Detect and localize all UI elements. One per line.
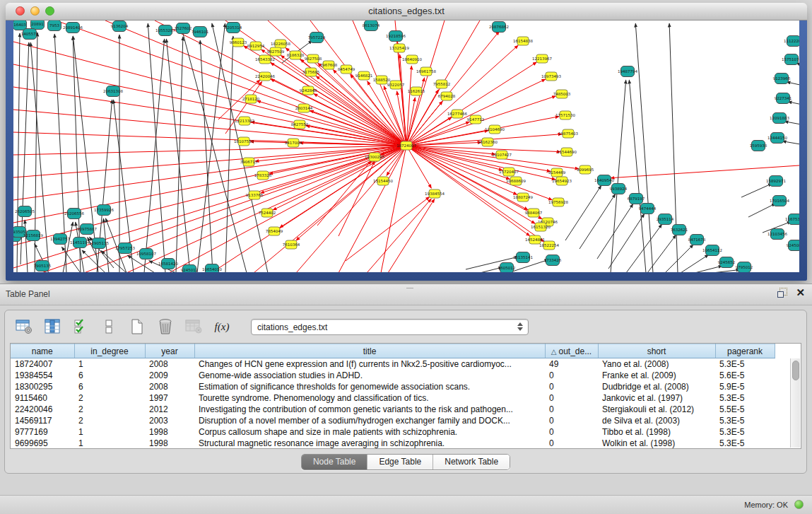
table-cell[interactable]: 1998 (145, 438, 194, 449)
table-cell[interactable]: 2003 (145, 415, 194, 426)
network-node[interactable]: 7485003 (553, 90, 571, 98)
column-settings-icon[interactable] (15, 317, 33, 336)
network-canvas[interactable]: 1872400718300295986012389129541822605898… (13, 21, 799, 272)
network-node[interactable]: 8186328 (287, 51, 305, 59)
network-node[interactable]: 7610364 (283, 240, 300, 249)
network-node[interactable]: 9417004 (285, 139, 302, 147)
column-header-year[interactable]: year (145, 344, 194, 358)
network-node[interactable]: 1595938 (750, 141, 767, 151)
table-cell[interactable]: 18300295 (11, 381, 74, 392)
table-cell[interactable]: 2012 (145, 404, 194, 415)
table-cell[interactable]: 5.3E-5 (715, 426, 775, 438)
table-cell[interactable]: 5.3E-5 (715, 415, 775, 426)
table-cell[interactable]: 2 (74, 415, 145, 426)
table-vertical-scrollbar[interactable] (790, 358, 800, 448)
network-node[interactable]: 7632621 (671, 225, 688, 235)
network-node[interactable]: 9245652 (718, 257, 736, 268)
delete-table-icon[interactable] (156, 317, 175, 336)
table-cell[interactable]: 5.3E-5 (715, 358, 775, 370)
network-node[interactable]: 9860123 (230, 38, 247, 47)
tab-network-table[interactable]: Network Table (433, 455, 510, 469)
table-cell[interactable]: 1997 (145, 392, 194, 404)
table-cell[interactable]: 0 (545, 392, 598, 404)
network-node[interactable]: 9245082 (787, 240, 799, 251)
network-node[interactable]: 7957224 (308, 33, 326, 43)
table-selector-dropdown[interactable]: citations_edges.txt (251, 319, 529, 335)
network-node[interactable]: 19384554 (425, 189, 445, 198)
tab-edge-table[interactable]: Edge Table (367, 455, 433, 469)
table-cell[interactable]: 1998 (145, 426, 194, 438)
network-node[interactable]: 1527602 (175, 23, 192, 34)
network-node[interactable]: 15751074 (782, 54, 799, 65)
table-cell[interactable]: de Silva et al. (2003) (598, 415, 715, 426)
network-node[interactable]: 20631308 (103, 86, 123, 97)
table-cell[interactable]: 2 (74, 404, 145, 415)
table-cell[interactable]: 0 (545, 370, 598, 381)
network-node[interactable]: 16154838 (513, 37, 533, 45)
network-node[interactable]: 9795012 (736, 262, 753, 273)
network-node[interactable]: 17016504 (770, 196, 789, 206)
network-node[interactable]: 20876862 (489, 22, 509, 33)
table-row[interactable]: 1456911722003Disruption of a novel membe… (11, 415, 784, 426)
close-button[interactable] (16, 6, 25, 16)
network-node[interactable]: 19654923 (552, 177, 572, 185)
table-cell[interactable]: 0 (545, 381, 598, 392)
network-node[interactable]: 19875403 (558, 129, 578, 138)
network-node[interactable]: 16403 (13, 21, 27, 30)
table-cell[interactable]: 1 (74, 426, 145, 438)
network-node[interactable]: 8205314 (225, 23, 242, 33)
network-node[interactable]: 15154450 (373, 177, 393, 185)
network-node[interactable]: 8454749 (338, 65, 355, 74)
table-cell[interactable]: 5.3E-5 (715, 438, 775, 449)
network-node[interactable]: 9938924 (610, 184, 628, 194)
table-cell[interactable]: 9115460 (11, 392, 74, 404)
network-node[interactable]: 10958107 (136, 249, 156, 259)
table-cell[interactable]: Dudbridge et al. (2008) (598, 381, 715, 392)
table-cell[interactable]: Structural magnetic resonance image aver… (194, 438, 545, 449)
network-node[interactable]: 9245012 (181, 265, 199, 273)
table-cell[interactable]: 2008 (145, 381, 194, 392)
network-node[interactable]: 9099695 (577, 165, 594, 174)
network-node[interactable]: 9154469 (548, 168, 566, 177)
network-node[interactable]: 19487794 (618, 66, 637, 77)
table-cell[interactable]: Estimation of significance thresholds fo… (194, 381, 545, 392)
table-row[interactable]: 1938455462009Genome-wide association stu… (11, 370, 784, 381)
network-node[interactable]: 18522254 (539, 241, 559, 250)
network-node[interactable]: 7905135 (34, 261, 52, 271)
column-header-short[interactable]: short (598, 344, 715, 358)
table-cell[interactable]: 2 (74, 392, 145, 404)
table-cell[interactable]: Corpus callosum shape and size in male p… (194, 426, 545, 438)
network-node[interactable]: 16277466 (447, 110, 467, 118)
deselect-all-icon[interactable] (100, 317, 118, 336)
scrollbar-thumb[interactable] (792, 361, 799, 380)
network-node[interactable]: 10553287 (155, 25, 175, 36)
network-node[interactable]: 1733426 (544, 255, 562, 266)
network-node[interactable]: 16961758 (416, 67, 436, 76)
table-row[interactable]: 1872400712008Changes of HCN gene express… (11, 358, 784, 370)
column-header-out-de-[interactable]: △out_de... (545, 344, 598, 358)
network-node[interactable]: 13325419 (389, 44, 409, 52)
network-node[interactable]: 9474444 (639, 204, 657, 214)
zoom-button[interactable] (45, 6, 54, 16)
network-node[interactable]: 9147712 (467, 115, 485, 124)
network-node[interactable]: 10654010 (202, 264, 222, 273)
network-node[interactable]: 9605012 (498, 263, 516, 273)
table-cell[interactable]: 5.6E-5 (715, 370, 775, 381)
network-node[interactable]: 9146821 (355, 71, 373, 80)
network-node[interactable]: 2718120 (242, 95, 260, 103)
table-cell[interactable]: Jankovic et al. (1997) (598, 392, 715, 404)
table-row[interactable]: 1830029562008Estimation of significance … (11, 381, 784, 392)
table-cell[interactable]: 0 (545, 415, 598, 426)
table-cell[interactable]: Stergiakouli et al. (2012) (598, 404, 715, 415)
table-cell[interactable]: Yano et al. (2008) (598, 358, 715, 370)
table-cell[interactable]: 19384554 (11, 370, 74, 381)
table-cell[interactable]: Wolkin et al. (1998) (598, 438, 715, 449)
network-node[interactable]: 9827509 (267, 47, 285, 56)
network-node[interactable]: 15720407 (499, 168, 519, 176)
network-node[interactable]: 9123966 (773, 74, 791, 84)
table-cell[interactable]: 6 (74, 381, 145, 392)
network-node[interactable]: 12103456 (767, 229, 787, 240)
network-node[interactable]: 8427552 (291, 120, 309, 129)
table-cell[interactable]: 6 (74, 370, 145, 381)
network-node[interactable]: 8471678 (688, 235, 706, 245)
